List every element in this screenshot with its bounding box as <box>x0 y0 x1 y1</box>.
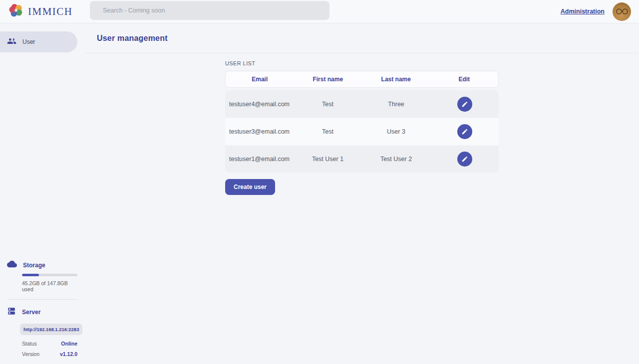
cell-email: testuser1@email.com <box>225 156 294 163</box>
cell-first-name: Test <box>294 101 362 108</box>
server-title: Server <box>22 309 40 316</box>
pencil-icon <box>461 156 468 163</box>
top-bar: IMMICH Administration <box>0 0 639 23</box>
sidebar-item-user[interactable]: User <box>0 31 77 52</box>
storage-progress-track <box>22 274 77 276</box>
page-header: User management <box>85 23 639 53</box>
storage-progress-fill <box>22 274 39 276</box>
server-header: Server <box>7 307 77 318</box>
search-input[interactable] <box>90 1 329 20</box>
column-header-email: Email <box>226 76 294 83</box>
cell-last-name: Three <box>362 101 430 108</box>
column-header-edit: Edit <box>430 76 499 83</box>
immich-flower-icon <box>8 2 24 20</box>
storage-usage-text: 45.2GB of 147.8GB used <box>22 280 77 292</box>
table-row: testuser3@email.com Test User 3 <box>225 118 499 145</box>
administration-link[interactable]: Administration <box>561 8 605 15</box>
app-logo[interactable]: IMMICH <box>8 2 73 20</box>
create-user-button[interactable]: Create user <box>225 179 275 195</box>
sidebar-divider <box>7 299 77 300</box>
status-value: Online <box>61 341 77 347</box>
server-version-row: Version v1.12.0 <box>22 351 77 357</box>
edit-user-button[interactable] <box>457 152 472 167</box>
edit-user-button[interactable] <box>457 124 472 139</box>
user-table: testuser4@email.com Test Three testuser3… <box>225 90 499 173</box>
sidebar-bottom: Storage 45.2GB of 147.8GB used Server ht… <box>0 260 77 357</box>
topbar-right: Administration <box>561 2 631 21</box>
table-header: Email First name Last name Edit <box>225 71 499 88</box>
cell-email: testuser4@email.com <box>225 101 294 108</box>
sidebar: User Storage 45.2GB of 147.8GB used <box>0 23 85 364</box>
users-group-icon <box>7 36 16 48</box>
pencil-icon <box>461 101 468 108</box>
edit-user-button[interactable] <box>457 97 472 112</box>
storage-header: Storage <box>7 260 77 270</box>
cell-last-name: User 3 <box>362 128 430 135</box>
user-list-label: USER LIST <box>225 60 499 66</box>
server-url-badge: http://192.168.1.216:2283 <box>20 324 82 335</box>
status-label: Status <box>22 341 37 347</box>
main-content: User management USER LIST Email First na… <box>85 23 639 364</box>
table-row: testuser4@email.com Test Three <box>225 90 499 118</box>
logo-text: IMMICH <box>28 5 73 18</box>
sidebar-item-label: User <box>22 38 35 45</box>
cell-email: testuser3@email.com <box>225 128 294 135</box>
server-status-row: Status Online <box>22 341 77 347</box>
glasses-icon <box>616 8 629 15</box>
column-header-last-name: Last name <box>362 76 430 83</box>
column-header-first-name: First name <box>294 76 362 83</box>
user-avatar[interactable] <box>613 2 631 21</box>
cell-first-name: Test <box>294 128 362 135</box>
storage-title: Storage <box>23 262 45 269</box>
table-row: testuser1@email.com Test User 1 Test Use… <box>225 145 499 173</box>
cell-last-name: Test User 2 <box>362 156 430 163</box>
server-dns-icon <box>7 307 16 318</box>
version-value: v1.12.0 <box>60 351 77 357</box>
cell-first-name: Test User 1 <box>294 156 362 163</box>
user-list-section: USER LIST Email First name Last name Edi… <box>225 60 499 195</box>
pencil-icon <box>461 128 468 135</box>
version-label: Version <box>22 351 39 357</box>
page-title: User management <box>97 34 168 43</box>
cloud-icon <box>7 260 17 270</box>
